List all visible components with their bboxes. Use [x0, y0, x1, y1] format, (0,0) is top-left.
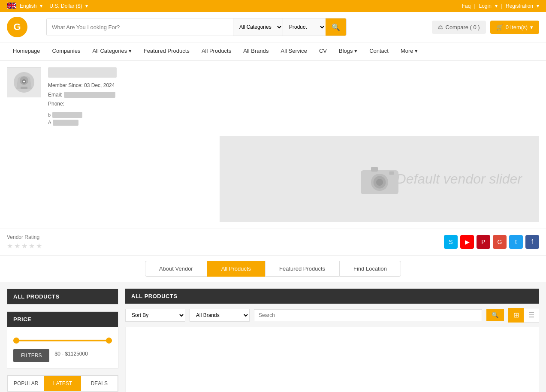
- vendor-header: Member Since: 03 Dec, 2024 Email: Phone:…: [7, 67, 539, 126]
- compare-label: Compare ( 0 ): [446, 24, 480, 30]
- nav-item-all-service[interactable]: All Service: [275, 42, 313, 60]
- search-input[interactable]: [47, 18, 233, 36]
- brands-select[interactable]: All Brands: [190, 309, 250, 322]
- svg-rect-17: [371, 167, 378, 172]
- sort-by-select[interactable]: Sort By: [125, 309, 185, 322]
- view-toggle: ⊞ ☰: [508, 308, 539, 323]
- login-link[interactable]: Login: [479, 3, 491, 9]
- product-search-icon: 🔍: [492, 312, 499, 318]
- email-row: Email:: [48, 90, 539, 100]
- nav-item-companies[interactable]: Companies: [46, 42, 87, 60]
- currency-selector[interactable]: U.S. Dollar ($): [49, 3, 82, 9]
- grid-view-button[interactable]: ⊞: [508, 308, 524, 323]
- cart-chevron: ▾: [530, 24, 533, 30]
- cart-button[interactable]: 🛒 0 Item(s) ▾: [490, 21, 539, 34]
- twitter-icon[interactable]: t: [509, 235, 523, 249]
- vendor-avatar-inner: [14, 72, 34, 93]
- nav-item-homepage[interactable]: Homepage: [7, 42, 46, 60]
- filter-row: FILTERS $0 - $1125000: [13, 346, 112, 362]
- tab-about-vendor[interactable]: About Vendor: [145, 261, 207, 277]
- product-area-header: ALL PRODUCTS: [125, 289, 539, 304]
- vendor-address: [53, 120, 78, 126]
- google-plus-icon[interactable]: G: [493, 235, 507, 249]
- vendor-tabs: About Vendor All Products Featured Produ…: [0, 255, 546, 282]
- product-search-input[interactable]: [254, 309, 482, 321]
- stars: ★ ★ ★ ★ ★: [7, 242, 42, 250]
- product-area: ALL PRODUCTS Sort By All Brands 🔍 ⊞ ☰: [125, 289, 539, 392]
- vendor-banner-area: Default vendor slider: [0, 136, 546, 229]
- vendor-badge-area: b: [48, 112, 539, 118]
- logo-circle: G: [7, 17, 27, 37]
- skype-icon[interactable]: S: [444, 235, 458, 249]
- header: G All Categories Product 🔍 ⚖ Compare ( 0…: [0, 12, 546, 42]
- compare-button[interactable]: ⚖ Compare ( 0 ): [432, 21, 486, 34]
- language-selector[interactable]: English: [20, 3, 36, 9]
- cart-icon: 🛒: [496, 24, 503, 30]
- grid-icon: ⊞: [513, 311, 519, 319]
- latest-tab[interactable]: LATEST: [44, 376, 81, 391]
- youtube-icon[interactable]: ▶: [460, 235, 474, 249]
- tab-all-products[interactable]: All Products: [207, 261, 265, 277]
- star-4: ★: [29, 242, 35, 250]
- tab-find-location[interactable]: Find Location: [339, 261, 401, 277]
- vendor-info: Member Since: 03 Dec, 2024 Email: Phone:…: [48, 67, 539, 126]
- language-chevron: ▾: [40, 3, 42, 9]
- vendor-badge: [52, 112, 82, 118]
- facebook-icon[interactable]: f: [525, 235, 539, 249]
- logo[interactable]: G: [7, 16, 41, 38]
- vendor-name: [48, 67, 117, 78]
- range-track: [13, 340, 112, 341]
- separator2: |: [501, 3, 502, 9]
- compare-icon: ⚖: [438, 24, 443, 30]
- vendor-section: Member Since: 03 Dec, 2024 Email: Phone:…: [0, 60, 546, 136]
- pinterest-icon[interactable]: P: [477, 235, 490, 249]
- range-fill: [13, 340, 112, 341]
- currency-chevron: ▾: [85, 3, 88, 9]
- search-button[interactable]: 🔍: [326, 18, 346, 36]
- nav-item-blogs[interactable]: Blogs ▾: [333, 42, 363, 60]
- sidebar-tabs: POPULAR LATEST DEALS: [7, 375, 118, 392]
- social-icons: S ▶ P G t f: [444, 235, 539, 249]
- star-1: ★: [7, 242, 13, 250]
- nav-item-all-categories[interactable]: All Categories ▾: [86, 42, 138, 60]
- popular-tab[interactable]: POPULAR: [8, 376, 44, 391]
- search-area: All Categories Product 🔍: [46, 18, 347, 36]
- main-content: ALL PRODUCTS PRICE FILTERS $0 - $1125000…: [0, 282, 546, 392]
- tab-featured-products[interactable]: Featured Products: [265, 261, 339, 277]
- filter-button[interactable]: FILTERS: [13, 349, 49, 362]
- nav: Homepage Companies All Categories ▾ Feat…: [0, 42, 546, 60]
- nav-item-contact[interactable]: Contact: [363, 42, 395, 60]
- nav-item-cv[interactable]: CV: [313, 42, 333, 60]
- vendor-meta: Member Since: 03 Dec, 2024 Email: Phone:: [48, 81, 539, 109]
- product-select[interactable]: Product: [283, 18, 326, 36]
- sidebar: ALL PRODUCTS PRICE FILTERS $0 - $1125000…: [7, 289, 118, 392]
- product-search-button[interactable]: 🔍: [486, 309, 504, 321]
- rating-label: Vendor Rating: [7, 234, 42, 240]
- filter-bar: Sort By All Brands 🔍 ⊞ ☰: [125, 304, 539, 327]
- sidebar-all-products-header: ALL PRODUCTS: [7, 289, 118, 304]
- vendor-banner-text: Default vendor slider: [396, 171, 522, 187]
- product-area-title: ALL PRODUCTS: [131, 293, 178, 299]
- nav-item-all-brands[interactable]: All Brands: [237, 42, 275, 60]
- login-chevron: ▾: [495, 3, 498, 9]
- top-bar-left: English ▾ U.S. Dollar ($) ▾: [7, 3, 88, 10]
- top-bar: English ▾ U.S. Dollar ($) ▾ Faq | Login …: [0, 0, 546, 12]
- list-view-button[interactable]: ☰: [524, 308, 539, 323]
- category-select[interactable]: All Categories: [233, 18, 283, 36]
- product-grid: [125, 327, 539, 392]
- faq-link[interactable]: Faq: [462, 3, 471, 9]
- range-thumb-left[interactable]: [13, 338, 19, 344]
- vendor-address-area: A: [48, 119, 539, 126]
- nav-item-more[interactable]: More ▾: [395, 42, 424, 60]
- price-filter-body: FILTERS $0 - $1125000: [7, 327, 118, 368]
- search-icon: 🔍: [332, 24, 340, 31]
- sidebar-all-products: ALL PRODUCTS: [7, 289, 118, 305]
- deals-tab[interactable]: DEALS: [81, 376, 118, 391]
- nav-item-featured-products[interactable]: Featured Products: [138, 42, 196, 60]
- nav-item-all-products[interactable]: All Products: [196, 42, 237, 60]
- star-3: ★: [21, 242, 27, 250]
- cart-label: 0 Item(s): [506, 24, 528, 30]
- registration-link[interactable]: Registration: [506, 3, 533, 9]
- star-2: ★: [14, 242, 20, 250]
- range-thumb-right[interactable]: [106, 338, 112, 344]
